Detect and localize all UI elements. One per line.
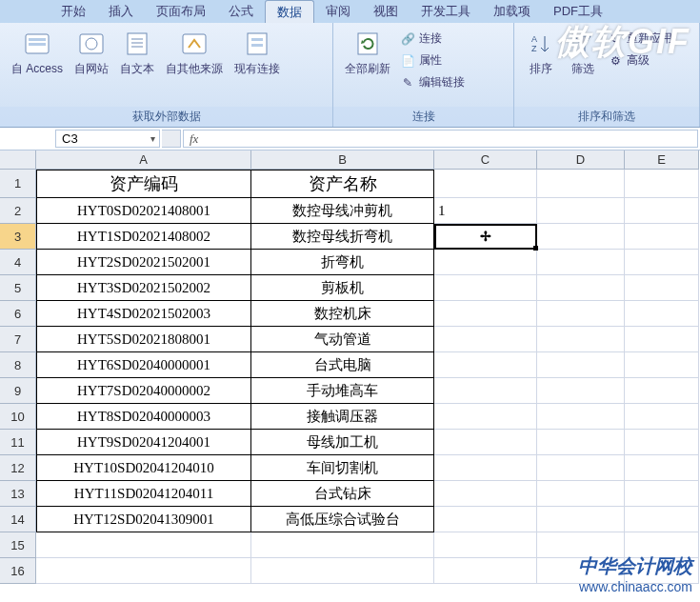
cell[interactable] [434,404,537,430]
cell[interactable]: HYT8SD02040000003 [36,404,251,430]
tab-review[interactable]: 审阅 [314,0,362,23]
row-header[interactable]: 9 [0,378,36,404]
cell[interactable] [537,430,625,455]
properties-button[interactable]: 📄属性 [396,50,469,70]
cell[interactable] [36,532,251,558]
row-header[interactable]: 12 [0,455,36,481]
cell[interactable] [537,507,625,532]
col-header-C[interactable]: C [434,150,537,170]
cell[interactable]: 资产名称 [251,170,434,198]
cell[interactable] [625,481,699,507]
cell[interactable] [434,224,537,250]
cell[interactable]: 剪板机 [251,275,434,301]
cell[interactable]: HYT6SD02040000001 [36,352,251,378]
edit-links-button[interactable]: ✎编辑链接 [396,72,469,92]
col-header-E[interactable]: E [625,150,699,170]
cell[interactable] [251,558,434,584]
cell[interactable]: 数控机床 [251,301,434,327]
cell[interactable]: 手动堆高车 [251,378,434,404]
row-header[interactable]: 3 [0,224,36,250]
col-header-A[interactable]: A [36,150,251,170]
col-header-D[interactable]: D [537,150,625,170]
cell[interactable] [625,327,699,352]
cell[interactable] [537,404,625,430]
cell[interactable] [625,507,699,532]
cell[interactable] [434,352,537,378]
cell[interactable] [537,198,625,224]
cell[interactable] [537,301,625,327]
cell[interactable]: HYT9SD02041204001 [36,430,251,455]
cell[interactable]: HYT0SD02021408001 [36,198,251,224]
row-header[interactable]: 5 [0,275,36,301]
cell[interactable] [537,170,625,198]
cell[interactable] [434,455,537,481]
row-header[interactable]: 4 [0,250,36,275]
cell[interactable] [537,224,625,250]
cell[interactable]: HYT12SD02041309001 [36,507,251,532]
tab-start[interactable]: 开始 [50,0,97,23]
cell[interactable] [434,430,537,455]
cell[interactable]: 高低压综合试验台 [251,507,434,532]
from-access-button[interactable]: 自 Access [6,27,69,79]
cell[interactable] [625,275,699,301]
cell[interactable]: HYT10SD02041204010 [36,455,251,481]
row-header[interactable]: 11 [0,430,36,455]
tab-dev[interactable]: 开发工具 [410,0,482,23]
cell[interactable] [537,327,625,352]
cell[interactable] [434,378,537,404]
cell[interactable] [537,275,625,301]
tab-view[interactable]: 视图 [362,0,410,23]
cell[interactable]: 台式电脑 [251,352,434,378]
cell[interactable] [434,507,537,532]
tab-data[interactable]: 数据 [265,0,314,23]
cell[interactable]: HYT1SD02021408002 [36,224,251,250]
cell[interactable] [625,378,699,404]
cell[interactable] [434,275,537,301]
cell[interactable] [625,250,699,275]
cell[interactable] [625,301,699,327]
row-header[interactable]: 2 [0,198,36,224]
refresh-all-button[interactable]: 全部刷新 [339,27,396,79]
from-web-button[interactable]: 自网站 [69,27,114,79]
cell[interactable]: HYT3SD02021502002 [36,275,251,301]
cell[interactable]: HYT11SD02041204011 [36,481,251,507]
cell[interactable] [625,170,699,198]
cell[interactable] [537,250,625,275]
cell[interactable] [36,558,251,584]
cell[interactable] [625,404,699,430]
name-box[interactable]: C3 [55,130,160,148]
cell[interactable]: 资产编码 [36,170,251,198]
row-header[interactable]: 10 [0,404,36,430]
cell[interactable]: 折弯机 [251,250,434,275]
tab-layout[interactable]: 页面布局 [145,0,217,23]
cell[interactable]: 气动管道 [251,327,434,352]
row-header[interactable]: 14 [0,507,36,532]
cell[interactable]: HYT4SD02021502003 [36,301,251,327]
row-header[interactable]: 15 [0,532,36,558]
cell[interactable] [434,558,537,584]
cell[interactable]: HYT5SD02021808001 [36,327,251,352]
cell[interactable] [625,198,699,224]
row-header[interactable]: 1 [0,170,36,198]
tab-addin[interactable]: 加载项 [482,0,542,23]
row-header[interactable]: 16 [0,558,36,584]
cell[interactable] [537,455,625,481]
row-header[interactable]: 13 [0,481,36,507]
cell[interactable] [537,378,625,404]
cell[interactable]: 数控母线冲剪机 [251,198,434,224]
cell[interactable] [434,481,537,507]
select-all-triangle[interactable] [0,150,36,170]
row-header[interactable]: 7 [0,327,36,352]
tab-insert[interactable]: 插入 [97,0,145,23]
cell[interactable]: HYT2SD02021502001 [36,250,251,275]
cell[interactable] [537,352,625,378]
cell[interactable]: 母线加工机 [251,430,434,455]
cell[interactable]: 车间切割机 [251,455,434,481]
cell[interactable] [625,224,699,250]
cell[interactable] [434,250,537,275]
cell[interactable] [434,301,537,327]
cell[interactable]: 1 [434,198,537,224]
cell[interactable]: 台式钻床 [251,481,434,507]
cell[interactable] [434,532,537,558]
existing-conn-button[interactable]: 现有连接 [229,27,286,79]
